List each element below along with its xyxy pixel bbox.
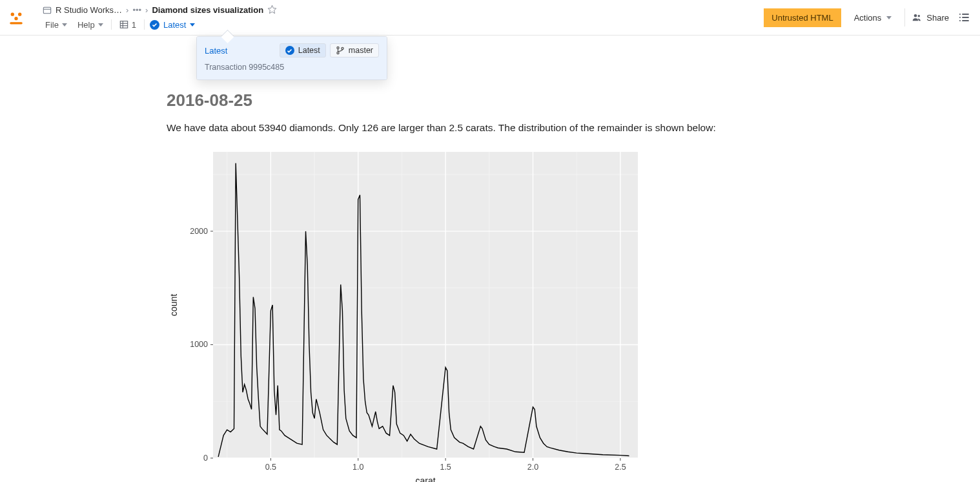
svg-text:count: count [168,294,179,316]
master-pill-label: master [349,46,373,55]
table-icon [119,20,128,29]
svg-rect-22 [213,152,638,458]
chevron-right-icon: › [126,5,128,15]
check-circle-icon [285,46,294,55]
document-text: We have data about 53940 diamonds. Only … [167,121,748,135]
svg-point-1 [18,12,21,16]
check-circle-icon [150,20,159,30]
svg-point-18 [959,17,961,18]
caret-down-icon [190,23,195,26]
svg-point-14 [914,14,917,17]
help-menu[interactable]: Help [75,19,106,31]
svg-text:1000: 1000 [190,340,208,349]
svg-point-16 [959,14,961,15]
svg-point-11 [337,47,339,48]
divider [144,19,145,30]
share-button-label: Share [926,13,949,23]
actions-menu[interactable]: Actions [848,9,899,26]
chart-container: 0.51.01.52.02.5010002000caratcount [167,147,748,482]
diamond-freqpoly-chart: 0.51.01.52.02.5010002000caratcount [167,147,643,482]
workspace-icon [43,6,52,15]
brand-icon [8,9,25,26]
latest-pill-label: Latest [298,46,320,55]
star-icon[interactable] [267,5,277,16]
branch-icon [336,46,345,55]
svg-text:0: 0 [203,454,208,463]
people-icon [912,12,922,23]
svg-marker-6 [268,5,276,14]
svg-text:2000: 2000 [190,227,208,236]
svg-point-20 [959,20,961,21]
breadcrumb-title: Diamond sizes visualization [152,5,263,15]
svg-point-12 [337,52,339,54]
header-right: Untrusted HTML Actions Share [764,0,972,35]
svg-text:1.5: 1.5 [440,463,451,472]
help-menu-label: Help [77,20,95,30]
brand-logo[interactable] [0,0,32,35]
popover-subtitle: Transaction 9995c485 [205,63,379,72]
svg-text:0.5: 0.5 [265,463,276,472]
table-count[interactable]: 1 [117,19,139,31]
version-selector[interactable]: Latest [150,20,195,30]
latest-pill[interactable]: Latest [280,43,326,58]
caret-down-icon [98,23,103,26]
untrusted-html-button[interactable]: Untrusted HTML [764,8,841,27]
svg-text:2.5: 2.5 [615,463,626,472]
svg-point-0 [11,12,14,16]
master-pill[interactable]: master [330,43,379,58]
breadcrumb-ellipsis[interactable]: ••• [132,5,141,15]
caret-down-icon [62,23,67,26]
list-icon [958,12,970,23]
svg-text:1.0: 1.0 [352,463,363,472]
menubar: File Help 1 Latest [43,19,764,31]
svg-point-13 [342,47,343,49]
svg-rect-3 [10,22,23,24]
svg-point-15 [918,15,920,17]
top-bar: R Studio Works… › ••• › Diamond sizes vi… [0,0,980,36]
version-popover-body: Latest Latest master Transaction 9995c48… [197,37,387,79]
header-main: R Studio Works… › ••• › Diamond sizes vi… [32,0,764,35]
breadcrumb: R Studio Works… › ••• › Diamond sizes vi… [43,5,764,16]
breadcrumb-workspace-label: R Studio Works… [56,5,122,15]
panel-toggle-button[interactable] [955,9,972,26]
breadcrumb-workspace[interactable]: R Studio Works… [43,5,122,15]
divider [904,8,905,26]
popover-title: Latest [205,46,227,56]
share-button[interactable]: Share [912,12,949,23]
version-selector-label: Latest [163,20,186,30]
svg-rect-4 [43,7,50,14]
document-body: 2016-08-25 We have data about 53940 diam… [167,90,748,482]
chevron-right-icon: › [145,5,148,15]
svg-text:2.0: 2.0 [527,463,538,472]
svg-text:carat: carat [415,476,435,482]
file-menu-label: File [45,20,59,30]
actions-menu-label: Actions [854,13,882,23]
document-date: 2016-08-25 [167,90,748,110]
version-popover: Latest Latest master Transaction 9995c48… [196,36,387,80]
caret-down-icon [886,16,892,19]
svg-rect-7 [120,21,127,28]
file-menu[interactable]: File [43,19,70,31]
table-count-label: 1 [132,20,136,30]
divider [111,19,112,30]
svg-point-2 [14,17,17,20]
